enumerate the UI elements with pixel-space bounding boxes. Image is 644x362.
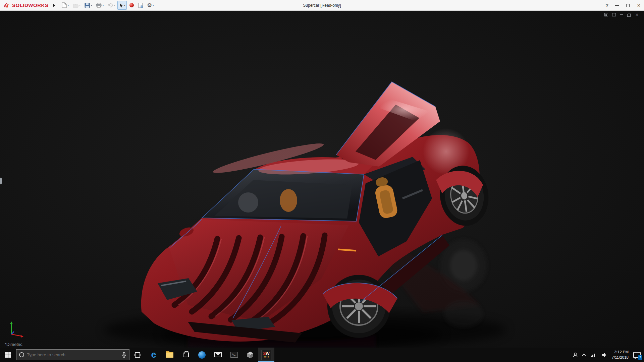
cube-icon xyxy=(247,351,254,359)
clock-time: 3:12 PM xyxy=(612,350,629,355)
system-tray: 3:12 PM 7/11/2018 3 xyxy=(572,348,644,362)
windows-logo-icon xyxy=(5,352,11,358)
print-button[interactable]: ▾ xyxy=(94,1,105,10)
options-button[interactable]: ⚙ ▾ xyxy=(145,1,155,10)
taskbar-search[interactable] xyxy=(16,349,129,360)
red-sphere-icon xyxy=(129,3,134,8)
taskbar-apps: e >_ xyxy=(129,348,274,362)
action-center-icon[interactable]: 3 xyxy=(633,352,641,358)
notification-badge: 3 xyxy=(638,355,642,360)
document-minimize-icon[interactable] xyxy=(620,14,623,15)
file-explorer-icon xyxy=(166,352,173,358)
toolbar-flyout-arrow[interactable] xyxy=(53,4,55,7)
terminal-icon: >_ xyxy=(230,352,238,358)
file-explorer-button[interactable] xyxy=(162,348,178,362)
save-icon xyxy=(85,3,90,8)
print-icon xyxy=(96,3,102,8)
task-view-button[interactable] xyxy=(129,348,146,362)
start-button[interactable] xyxy=(0,348,16,362)
maximize-icon[interactable] xyxy=(626,4,630,7)
desktop: SOLIDWORKS ▾ ▾ ▾ xyxy=(0,0,644,362)
edge-button[interactable]: e xyxy=(146,348,162,362)
properties-button[interactable] xyxy=(137,1,145,10)
document-restore-icon[interactable] xyxy=(627,13,631,17)
quick-access-toolbar: ▾ ▾ ▾ ▾ xyxy=(60,1,155,10)
microphone-icon[interactable] xyxy=(122,352,126,358)
mail-button[interactable] xyxy=(210,348,226,362)
undo-button[interactable]: ▾ xyxy=(106,1,117,10)
appearance-button[interactable] xyxy=(127,1,136,10)
browser-button[interactable] xyxy=(194,348,210,362)
orientation-label: *Dimetric xyxy=(5,342,22,347)
store-button[interactable] xyxy=(178,348,194,362)
mail-icon xyxy=(214,352,222,357)
clock-date: 7/11/2018 xyxy=(612,355,629,360)
network-icon[interactable] xyxy=(590,353,596,357)
3d-viewer-button[interactable] xyxy=(242,348,258,362)
solidworks-taskbar-button[interactable]: SW 2017 xyxy=(258,348,274,362)
model-render-canvas[interactable] xyxy=(0,11,644,348)
open-button[interactable]: ▾ xyxy=(71,1,82,10)
select-button[interactable]: ▾ xyxy=(117,1,127,10)
search-input[interactable] xyxy=(27,352,119,357)
new-window-icon[interactable] xyxy=(604,13,608,16)
gear-icon: ⚙ xyxy=(147,3,152,8)
solidworks-app-icon: SW 2017 xyxy=(261,350,271,360)
taskbar-clock[interactable]: 3:12 PM 7/11/2018 xyxy=(612,350,629,360)
store-icon xyxy=(183,353,189,357)
people-icon[interactable] xyxy=(572,352,578,358)
edge-icon: e xyxy=(151,350,156,359)
cortana-icon xyxy=(19,352,24,357)
window-controls: ? ✕ xyxy=(606,0,641,11)
speaker-icon[interactable] xyxy=(601,352,607,358)
undo-icon xyxy=(108,3,113,8)
solidworks-logo-icon xyxy=(3,2,11,8)
orientation-triad xyxy=(7,319,25,338)
chevron-up-icon[interactable] xyxy=(583,354,586,356)
new-document-button[interactable]: ▾ xyxy=(60,1,70,10)
help-icon[interactable]: ? xyxy=(606,3,609,8)
save-button[interactable]: ▾ xyxy=(83,1,94,10)
solidworks-logo: SOLIDWORKS xyxy=(0,2,51,8)
window-title: Supercar [Read-only] xyxy=(303,0,341,11)
terminal-button[interactable]: >_ xyxy=(226,348,242,362)
minimize-icon[interactable] xyxy=(615,5,619,6)
browser-icon xyxy=(198,351,206,359)
open-folder-icon xyxy=(73,3,78,8)
windows-taskbar: e >_ xyxy=(0,348,644,362)
close-icon[interactable]: ✕ xyxy=(637,3,641,8)
title-bar: SOLIDWORKS ▾ ▾ ▾ xyxy=(0,0,644,11)
report-sheet-icon xyxy=(138,3,143,8)
graphics-viewport[interactable]: ✕ xyxy=(0,11,644,348)
new-document-icon xyxy=(62,2,67,8)
feature-tree-handle[interactable] xyxy=(0,178,2,184)
brand-wordmark: SOLIDWORKS xyxy=(12,2,48,8)
document-window-controls: ✕ xyxy=(604,13,639,17)
task-view-icon xyxy=(134,352,141,358)
select-cursor-icon xyxy=(119,3,123,8)
document-close-icon[interactable]: ✕ xyxy=(635,13,639,17)
split-window-icon[interactable] xyxy=(612,13,616,16)
